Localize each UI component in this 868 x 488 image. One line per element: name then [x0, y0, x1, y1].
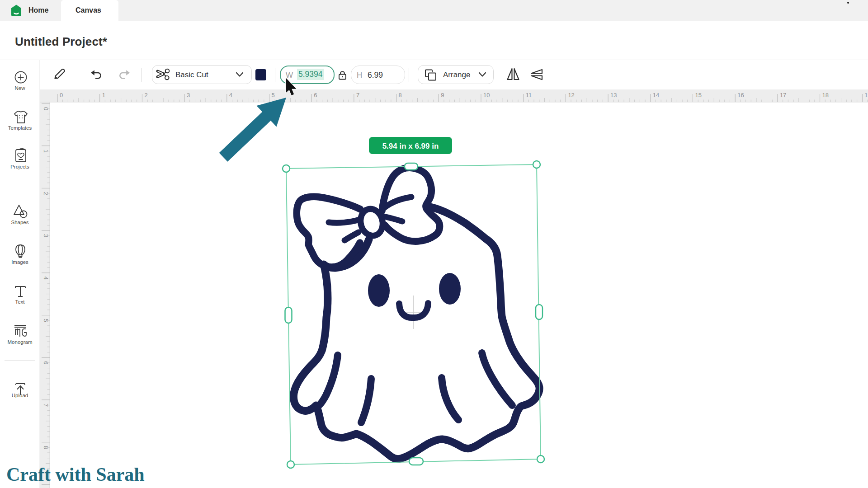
svg-text:17: 17: [780, 92, 786, 99]
svg-text:2: 2: [144, 92, 147, 99]
svg-text:12: 12: [568, 92, 574, 99]
svg-text:8: 8: [399, 92, 402, 99]
svg-text:11: 11: [526, 92, 532, 99]
svg-text:5: 5: [42, 319, 49, 322]
svg-text:2: 2: [42, 192, 49, 195]
svg-text:18: 18: [822, 92, 829, 99]
svg-text:3: 3: [42, 234, 49, 237]
svg-text:16: 16: [737, 92, 744, 99]
svg-text:8: 8: [42, 446, 49, 449]
svg-text:13: 13: [610, 92, 617, 99]
svg-text:9: 9: [441, 92, 444, 99]
svg-text:15: 15: [695, 92, 702, 99]
svg-text:1: 1: [102, 92, 105, 99]
svg-text:7: 7: [42, 404, 49, 407]
svg-text:5.94 in x 6.99 in: 5.94 in x 6.99 in: [382, 142, 439, 150]
svg-text:0: 0: [42, 107, 49, 110]
svg-text:0: 0: [60, 92, 63, 99]
svg-text:3: 3: [187, 92, 190, 99]
svg-text:7: 7: [356, 92, 359, 99]
svg-text:1: 1: [42, 150, 49, 153]
svg-text:4: 4: [229, 92, 232, 99]
svg-text:14: 14: [653, 92, 659, 99]
svg-text:6: 6: [314, 92, 317, 99]
svg-text:5: 5: [272, 92, 275, 99]
svg-text:10: 10: [483, 92, 490, 99]
svg-text:19: 19: [864, 92, 868, 99]
svg-text:4: 4: [42, 277, 49, 280]
svg-text:6: 6: [42, 361, 49, 364]
